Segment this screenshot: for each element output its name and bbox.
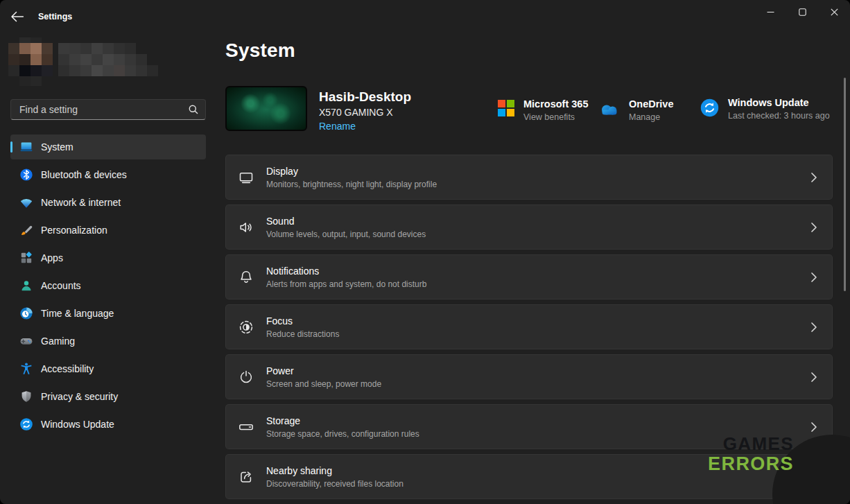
sidebar-item-label: Bluetooth & devices bbox=[41, 169, 127, 180]
widget-title: Windows Update bbox=[728, 97, 830, 109]
widget-title: Microsoft 365 bbox=[523, 98, 588, 110]
widget-title: OneDrive bbox=[629, 98, 673, 110]
back-arrow-icon bbox=[10, 10, 25, 23]
settings-row-focus[interactable]: Focus Reduce distractions bbox=[225, 304, 833, 349]
row-subtitle: Monitors, brightness, night light, displ… bbox=[266, 180, 437, 189]
widget-subtitle: View benefits bbox=[523, 112, 588, 122]
sidebar-item-bluetooth-devices[interactable]: Bluetooth & devices bbox=[10, 162, 206, 187]
storage-drive-icon bbox=[238, 419, 254, 435]
sidebar-item-accounts[interactable]: Accounts bbox=[10, 273, 206, 298]
device-name: Hasib-Desktop bbox=[319, 89, 411, 105]
sidebar-item-label: System bbox=[41, 141, 73, 153]
search-box bbox=[10, 99, 206, 120]
games-errors-watermark: GAMES ERRORS bbox=[708, 435, 794, 473]
sidebar-item-gaming[interactable]: Gaming bbox=[10, 329, 206, 354]
back-button[interactable] bbox=[10, 8, 28, 25]
sidebar-item-time-language[interactable]: Time & language bbox=[10, 301, 206, 326]
page-title: System bbox=[225, 40, 295, 62]
sidebar-item-label: Network & internet bbox=[41, 197, 121, 208]
sidebar-item-label: Apps bbox=[41, 252, 63, 263]
row-subtitle: Screen and sleep, power mode bbox=[266, 379, 381, 389]
chevron-right-icon bbox=[810, 272, 817, 283]
display-icon bbox=[238, 169, 254, 186]
sidebar-item-label: Time & language bbox=[41, 308, 114, 319]
row-title: Sound bbox=[266, 216, 426, 227]
sidebar-item-apps[interactable]: Apps bbox=[10, 245, 206, 270]
onedrive-widget[interactable]: OneDrive Manage bbox=[599, 98, 673, 122]
device-wallpaper-thumbnail bbox=[225, 86, 307, 131]
sidebar-item-network-internet[interactable]: Network & internet bbox=[10, 190, 206, 215]
chevron-right-icon bbox=[810, 422, 817, 433]
watermark-line-errors: ERRORS bbox=[708, 455, 794, 473]
row-subtitle: Volume levels, output, input, sound devi… bbox=[266, 229, 426, 239]
sidebar-item-privacy-security[interactable]: Privacy & security bbox=[10, 384, 206, 409]
gamepad-icon bbox=[19, 334, 33, 348]
search-icon bbox=[188, 104, 199, 115]
sidebar-item-accessibility[interactable]: Accessibility bbox=[10, 356, 206, 381]
close-icon bbox=[831, 8, 838, 16]
sidebar-item-label: Gaming bbox=[41, 336, 75, 347]
window-controls bbox=[754, 0, 850, 24]
onedrive-cloud-icon bbox=[599, 103, 620, 122]
sidebar-item-label: Accessibility bbox=[41, 363, 94, 374]
row-title: Focus bbox=[266, 315, 339, 327]
row-subtitle: Reduce distractions bbox=[266, 329, 339, 339]
search-input[interactable] bbox=[10, 99, 206, 120]
sidebar-item-label: Privacy & security bbox=[41, 391, 118, 402]
sidebar-item-windows-update[interactable]: Windows Update bbox=[10, 412, 206, 437]
sound-icon bbox=[238, 219, 254, 236]
selection-indicator bbox=[10, 141, 12, 153]
shield-icon bbox=[19, 390, 33, 403]
widget-subtitle: Manage bbox=[629, 112, 673, 122]
titlebar: Settings bbox=[0, 0, 850, 33]
sidebar-item-system[interactable]: System bbox=[10, 134, 206, 159]
row-subtitle: Alerts from apps and system, do not dist… bbox=[266, 279, 426, 289]
clock-globe-icon bbox=[19, 306, 33, 320]
settings-row-sound[interactable]: Sound Volume levels, output, input, soun… bbox=[225, 205, 833, 250]
bluetooth-icon bbox=[19, 168, 33, 182]
vertical-scrollbar[interactable] bbox=[844, 78, 846, 291]
person-icon bbox=[19, 279, 33, 293]
microsoft-365-widget[interactable]: Microsoft 365 View benefits bbox=[498, 98, 588, 122]
sidebar-item-personalization[interactable]: Personalization bbox=[10, 218, 206, 243]
row-title: Notifications bbox=[266, 266, 426, 277]
row-title: Power bbox=[266, 365, 381, 377]
chevron-right-icon bbox=[810, 322, 817, 333]
nearby-sharing-icon bbox=[238, 469, 254, 485]
row-title: Nearby sharing bbox=[266, 465, 404, 477]
wifi-icon bbox=[19, 195, 33, 209]
settings-row-power[interactable]: Power Screen and sleep, power mode bbox=[225, 354, 833, 399]
sidebar-item-label: Windows Update bbox=[41, 419, 114, 430]
device-model: X570 GAMING X bbox=[319, 107, 393, 118]
sidebar-nav: System Bluetooth & devices Network & int… bbox=[10, 134, 206, 440]
redacted-user-avatar-and-name bbox=[8, 37, 158, 89]
paintbrush-icon bbox=[19, 223, 33, 237]
windows-update-icon bbox=[19, 417, 33, 431]
apps-icon bbox=[19, 251, 33, 265]
widget-subtitle: Last checked: 3 hours ago bbox=[728, 111, 830, 121]
minimize-icon bbox=[767, 8, 774, 16]
sidebar-item-label: Accounts bbox=[41, 280, 81, 291]
row-title: Storage bbox=[266, 415, 419, 427]
maximize-button[interactable] bbox=[786, 0, 818, 24]
chevron-right-icon bbox=[810, 372, 817, 383]
close-button[interactable] bbox=[818, 0, 850, 24]
row-subtitle: Discoverability, received files location bbox=[266, 479, 404, 489]
system-icon bbox=[19, 140, 33, 154]
focus-icon bbox=[238, 319, 254, 336]
windows-update-widget[interactable]: Windows Update Last checked: 3 hours ago bbox=[700, 97, 830, 121]
windows-update-icon bbox=[700, 98, 719, 121]
app-title: Settings bbox=[38, 12, 72, 21]
settings-window: Settings bbox=[0, 0, 850, 504]
settings-row-notifications[interactable]: Notifications Alerts from apps and syste… bbox=[225, 254, 833, 299]
settings-row-display[interactable]: Display Monitors, brightness, night ligh… bbox=[225, 155, 833, 200]
minimize-button[interactable] bbox=[754, 0, 786, 24]
chevron-right-icon bbox=[810, 222, 817, 233]
microsoft-logo-icon bbox=[498, 100, 514, 122]
rename-link[interactable]: Rename bbox=[319, 121, 356, 132]
watermark-line-games: GAMES bbox=[708, 435, 794, 453]
notifications-bell-icon bbox=[238, 269, 254, 286]
power-icon bbox=[238, 369, 254, 385]
sidebar-item-label: Personalization bbox=[41, 225, 107, 236]
accessibility-person-icon bbox=[19, 362, 33, 376]
